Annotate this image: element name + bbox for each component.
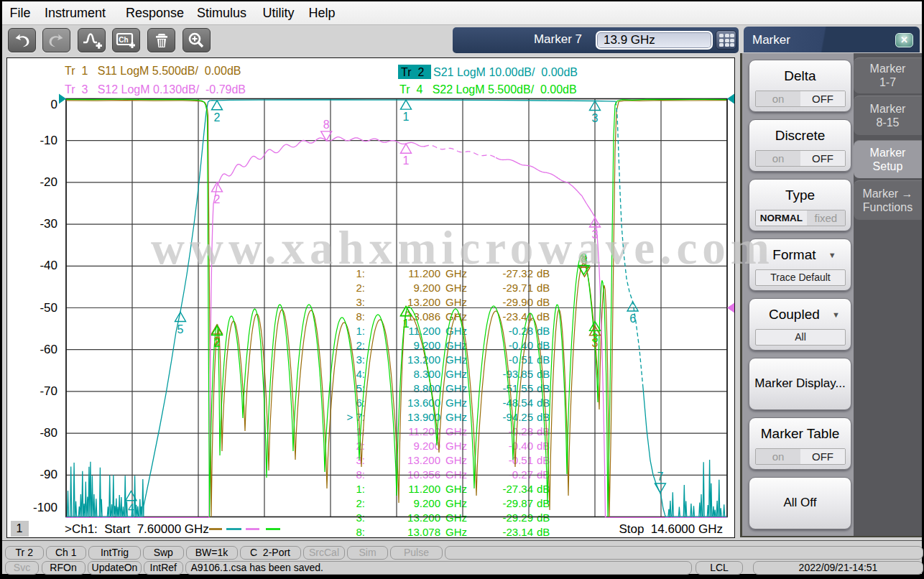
svg-text:2: 2 [214, 111, 221, 124]
svg-text:-80: -80 [40, 426, 57, 440]
svg-text:Tr 1 S11 LogM 5.500dB/ 0.0: Tr 1 S11 LogM 5.500dB/ 0.00dB [65, 65, 241, 77]
svg-text:GHz: GHz [445, 296, 467, 308]
svg-text:GHz: GHz [445, 440, 467, 452]
svg-text:7: 7 [657, 471, 663, 483]
svg-text:6: 6 [629, 312, 636, 325]
svg-text:dB: dB [537, 310, 550, 323]
svg-text:GHz: GHz [445, 382, 467, 394]
svg-text:13.200: 13.200 [407, 454, 440, 466]
svg-text:2: 2 [214, 337, 221, 349]
svg-text:-10: -10 [40, 134, 57, 147]
svg-text:-0.28: -0.28 [509, 325, 533, 337]
svg-text:2:: 2: [356, 282, 365, 294]
svg-text:9.200: 9.200 [413, 339, 440, 351]
svg-text:GHz: GHz [445, 425, 467, 437]
svg-text:Tr 3 S12 LogM 0.130dB/ -0.: Tr 3 S12 LogM 0.130dB/ -0.79dB [65, 83, 246, 96]
svg-text:1: 1 [403, 111, 410, 123]
svg-text:dB: dB [537, 296, 550, 308]
svg-text:0: 0 [51, 98, 57, 111]
svg-text:1: 1 [403, 154, 410, 167]
svg-text:-23.14: -23.14 [502, 526, 533, 538]
svg-text:GHz: GHz [445, 497, 467, 509]
svg-text:dB: dB [537, 526, 550, 538]
svg-text:13.200: 13.200 [407, 353, 440, 366]
svg-text:dB: dB [537, 282, 550, 294]
svg-text:dB: dB [537, 425, 550, 437]
svg-text:-90: -90 [40, 468, 57, 481]
svg-text:3:: 3: [356, 454, 365, 466]
svg-text:11.200: 11.200 [408, 483, 440, 495]
svg-text:11.200: 11.200 [408, 325, 440, 337]
svg-text:2:: 2: [356, 497, 365, 509]
svg-text:2: 2 [214, 193, 221, 205]
svg-text:-0.27: -0.27 [509, 468, 533, 481]
svg-text:GHz: GHz [445, 468, 467, 481]
svg-text:-0.40: -0.40 [509, 339, 533, 351]
svg-text:13.200: 13.200 [407, 296, 440, 308]
svg-text:3: 3 [592, 332, 599, 344]
svg-text:8.300: 8.300 [413, 368, 440, 380]
svg-text:5: 5 [177, 323, 184, 335]
svg-text:1:: 1: [356, 325, 365, 337]
svg-text:>Ch1: Start 7.60000 GHz: >Ch1: Start 7.60000 GHz [65, 522, 209, 536]
svg-text:4:: 4: [356, 368, 365, 380]
svg-text:2:: 2: [356, 339, 365, 351]
svg-text:dB: dB [537, 368, 550, 380]
svg-text:-60: -60 [40, 343, 57, 356]
svg-text:9.200: 9.200 [413, 282, 440, 294]
svg-text:8.800: 8.800 [413, 382, 440, 394]
svg-text:3:: 3: [356, 353, 365, 366]
svg-text:Tr 4 S22 LogM 5.500dB/ 0.0: Tr 4 S22 LogM 5.500dB/ 0.00dB [399, 83, 577, 96]
svg-text:8:: 8: [356, 526, 365, 538]
svg-text:GHz: GHz [445, 454, 467, 466]
svg-text:-50: -50 [40, 301, 57, 315]
svg-text:GHz: GHz [445, 397, 467, 409]
svg-text:9.200: 9.200 [413, 497, 440, 509]
svg-text:GHz: GHz [445, 483, 467, 495]
svg-text:8:: 8: [356, 468, 365, 481]
svg-text:-70: -70 [40, 384, 57, 398]
svg-text:8:: 8: [356, 310, 365, 323]
svg-text:4: 4 [128, 502, 134, 514]
svg-text:1: 1 [17, 522, 23, 534]
svg-text:3: 3 [592, 112, 599, 124]
svg-text:GHz: GHz [445, 368, 467, 380]
svg-text:-0.51: -0.51 [509, 454, 533, 466]
svg-text:Tr 2: Tr 2 [401, 66, 424, 78]
svg-text:Stop 14.6000 GHz: Stop 14.6000 GHz [619, 522, 723, 536]
svg-text:-40: -40 [40, 259, 57, 272]
svg-text:dB: dB [537, 325, 550, 337]
svg-text:1: 1 [403, 318, 410, 330]
svg-text:13.600: 13.600 [407, 397, 440, 409]
svg-text:GHz: GHz [445, 282, 467, 294]
svg-text:Ch: Ch [119, 36, 128, 44]
svg-text:1:: 1: [356, 483, 365, 495]
svg-text:13.078: 13.078 [407, 526, 440, 538]
svg-text:GHz: GHz [445, 411, 467, 423]
svg-text:3:: 3: [356, 296, 365, 308]
svg-text:GHz: GHz [445, 310, 467, 323]
svg-text:-30: -30 [40, 217, 57, 231]
svg-text:GHz: GHz [445, 353, 467, 366]
svg-text:S21 LogM 10.00dB/ 0.00dB: S21 LogM 10.00dB/ 0.00dB [433, 66, 578, 78]
svg-text:-20: -20 [40, 175, 57, 189]
svg-text:10.356: 10.356 [407, 468, 440, 481]
svg-text:-100: -100 [33, 501, 57, 514]
svg-text:8: 8 [323, 119, 330, 131]
svg-text:GHz: GHz [445, 526, 467, 538]
